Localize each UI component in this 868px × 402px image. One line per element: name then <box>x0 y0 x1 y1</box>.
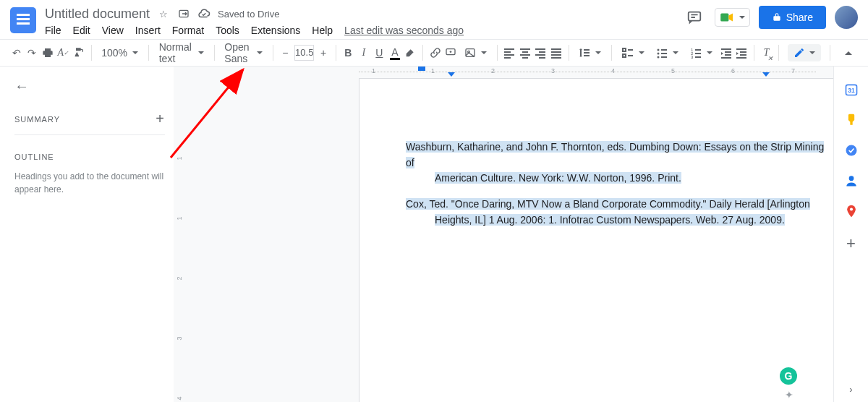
redo-button[interactable]: ↷ <box>26 43 39 62</box>
lock-icon <box>772 12 782 22</box>
checklist-button[interactable] <box>618 47 649 59</box>
menu-help[interactable]: Help <box>312 25 333 36</box>
bold-button[interactable]: B <box>342 43 355 62</box>
paragraph-2[interactable]: Cox, Ted. "Once Daring, MTV Now a Bland … <box>406 197 825 228</box>
chevron-down-icon <box>739 16 745 19</box>
paragraph-1[interactable]: Washburn, Katharine, and John F. Thornto… <box>406 140 825 187</box>
left-indent-marker[interactable] <box>448 72 455 77</box>
line-spacing-button[interactable] <box>574 47 605 59</box>
comment-button[interactable] <box>444 43 457 62</box>
share-button[interactable]: Share <box>759 6 826 29</box>
meet-button[interactable] <box>715 8 750 27</box>
link-button[interactable] <box>429 43 442 62</box>
align-left-button[interactable] <box>503 43 516 62</box>
image-button[interactable] <box>460 47 491 59</box>
menu-extensions[interactable]: Extensions <box>251 25 300 36</box>
font-size-input[interactable]: 10.5 <box>294 45 314 61</box>
svg-rect-7 <box>623 54 626 57</box>
menu-tools[interactable]: Tools <box>216 25 239 36</box>
outline-heading: OUTLINE <box>14 153 165 161</box>
maps-icon[interactable] <box>844 204 859 218</box>
menu-file[interactable]: File <box>45 25 61 36</box>
share-label: Share <box>786 12 813 23</box>
italic-button[interactable]: I <box>357 43 370 62</box>
menu-view[interactable]: View <box>102 25 124 36</box>
move-icon[interactable] <box>177 7 190 20</box>
svg-point-9 <box>657 53 659 55</box>
collapse-toolbar-button[interactable] <box>839 43 858 62</box>
svg-point-22 <box>848 176 854 181</box>
outline-placeholder: Headings you add to the document will ap… <box>14 170 165 196</box>
user-avatar[interactable] <box>835 6 858 29</box>
undo-button[interactable]: ↶ <box>10 43 23 62</box>
menu-format[interactable]: Format <box>172 25 204 36</box>
calendar-icon[interactable]: 31 <box>844 82 859 97</box>
right-indent-marker[interactable] <box>762 72 770 77</box>
style-combo[interactable]: Normal text <box>155 41 208 64</box>
paint-format-button[interactable] <box>72 43 85 62</box>
indent-inc-button[interactable] <box>735 43 748 62</box>
svg-rect-1 <box>688 12 700 21</box>
explore-icon[interactable]: ✦ <box>785 389 793 401</box>
svg-rect-2 <box>720 13 728 21</box>
spellcheck-button[interactable]: A✓ <box>57 43 70 62</box>
doc-title[interactable]: Untitled document <box>45 7 150 22</box>
svg-point-8 <box>657 49 659 51</box>
addons-icon[interactable]: + <box>844 234 859 249</box>
underline-button[interactable]: U <box>373 43 386 62</box>
numbered-list-button[interactable]: 123 <box>686 47 717 59</box>
text-color-button[interactable]: A <box>388 43 401 62</box>
hide-panel-icon[interactable]: › <box>849 384 852 395</box>
saved-status: Saved to Drive <box>218 9 279 20</box>
svg-point-23 <box>849 208 852 210</box>
horizontal-ruler[interactable]: 1 1 2 3 4 5 6 7 <box>190 67 833 78</box>
menu-edit[interactable]: Edit <box>73 25 90 36</box>
comments-history-icon[interactable] <box>683 6 706 29</box>
back-arrow-icon[interactable]: ← <box>14 78 29 95</box>
highlight-button[interactable] <box>404 43 417 62</box>
add-summary-button[interactable]: + <box>156 111 165 127</box>
vertical-ruler[interactable]: 1 1 2 3 4 <box>174 78 190 402</box>
bulleted-list-button[interactable] <box>652 47 683 59</box>
tasks-icon[interactable] <box>844 143 859 158</box>
font-inc-button[interactable]: + <box>317 43 330 62</box>
indent-dec-button[interactable] <box>720 43 733 62</box>
align-center-button[interactable] <box>519 43 532 62</box>
svg-point-21 <box>846 145 856 156</box>
svg-rect-6 <box>623 48 626 51</box>
first-line-indent-marker[interactable] <box>418 67 425 71</box>
zoom-combo[interactable]: 100% <box>97 47 142 59</box>
align-justify-button[interactable] <box>550 43 563 62</box>
cloud-icon[interactable] <box>197 7 210 20</box>
font-dec-button[interactable]: − <box>279 43 292 62</box>
menu-insert[interactable]: Insert <box>135 25 161 36</box>
svg-text:31: 31 <box>848 87 855 94</box>
last-edit-link[interactable]: Last edit was seconds ago <box>344 25 464 36</box>
align-right-button[interactable] <box>535 43 548 62</box>
font-combo[interactable]: Open Sans <box>220 41 267 64</box>
svg-point-10 <box>657 56 659 59</box>
docs-logo-icon[interactable] <box>10 7 36 33</box>
star-icon[interactable]: ☆ <box>157 7 170 20</box>
print-button[interactable] <box>41 43 54 62</box>
keep-icon[interactable] <box>844 113 859 127</box>
summary-heading: SUMMARY <box>14 115 60 124</box>
clear-format-button[interactable]: T✕ <box>760 43 773 62</box>
contacts-icon[interactable] <box>844 174 859 188</box>
document-page[interactable]: Washburn, Katharine, and John F. Thornto… <box>359 78 833 402</box>
svg-text:3: 3 <box>691 55 694 59</box>
editing-mode-button[interactable] <box>788 44 821 61</box>
grammarly-icon[interactable]: G <box>780 367 797 385</box>
